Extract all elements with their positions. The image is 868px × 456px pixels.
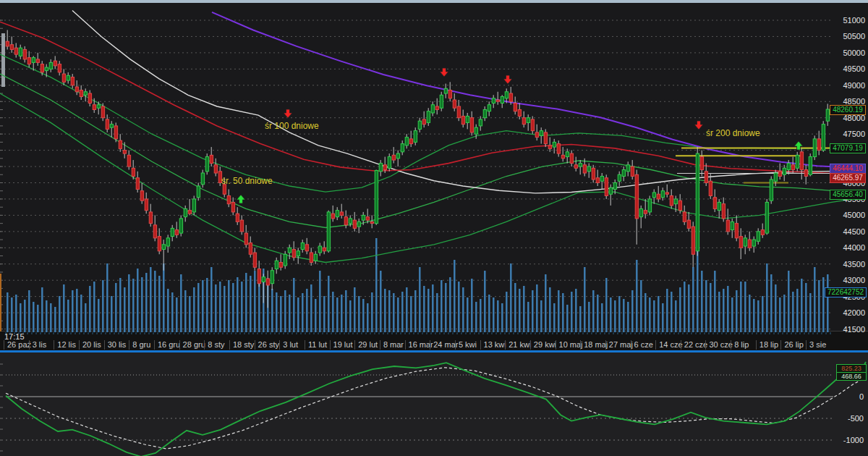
- x-axis-label: 29 lut: [354, 340, 378, 350]
- ma100-annotation-label: śr 100 dniowe: [265, 121, 319, 131]
- y-axis-label: 42000: [843, 308, 865, 317]
- x-axis-label: 24 mar: [430, 340, 458, 350]
- ma200-annotation-label: śr 200 dniowe: [706, 128, 760, 138]
- x-axis-label: 3 lis: [29, 340, 47, 350]
- x-axis-label: 28 gru: [179, 340, 205, 350]
- upper-band-price-badge: 47079.19: [830, 143, 866, 153]
- y-axis-label: 44500: [843, 227, 865, 236]
- trading-chart-window: 17:15 śr. 50 dniowe śr 100 dniowe śr 200…: [0, 0, 868, 456]
- x-axis-label: 30 lis: [104, 340, 127, 350]
- top-border-bar: [0, 0, 868, 3]
- y-axis-label: 47500: [843, 130, 865, 138]
- macd-axis-label: 0: [859, 392, 864, 401]
- ma200-price-badge: 46444.10: [830, 164, 866, 174]
- sell-signal-arrow-icon: [503, 75, 512, 84]
- ma100-price-badge: 46265.97: [830, 173, 866, 183]
- x-axis-label: 13 kwi: [480, 340, 506, 350]
- x-axis-label: 8 lip: [731, 340, 749, 350]
- price-chart-canvas[interactable]: [0, 0, 868, 456]
- macd-axis-label: -500: [848, 414, 864, 423]
- x-axis-label: 26 paź: [4, 340, 31, 350]
- x-axis-label: 22 cze: [681, 340, 707, 350]
- y-axis-label: 45000: [843, 211, 865, 219]
- x-axis-label: 18 lip: [756, 340, 778, 350]
- y-axis-label: 49000: [843, 81, 865, 90]
- x-axis-label: 19 lut: [330, 340, 353, 350]
- y-axis-label: 51000: [843, 16, 865, 25]
- x-axis-label: 26 lip: [780, 340, 803, 350]
- x-axis-label: 30 cze: [705, 340, 732, 350]
- y-axis-label: 44000: [843, 243, 865, 252]
- x-axis-label: 8 mar: [380, 340, 404, 350]
- x-axis-label: 12 lis: [54, 340, 76, 350]
- y-axis-label: 50500: [843, 32, 865, 41]
- volume-bars: [7, 238, 828, 332]
- macd-signal-value-badge: 468.66: [836, 372, 867, 381]
- volume-value-badge: 722642752: [825, 287, 867, 297]
- macd-gridlines: [0, 364, 833, 451]
- price-gridlines: [0, 20, 833, 329]
- x-axis-label: 8 gru: [129, 340, 150, 350]
- x-axis-label: 11 lut: [305, 340, 327, 350]
- x-axis-label: 27 maj: [605, 340, 633, 350]
- macd-axis-label: -1000: [843, 436, 864, 444]
- ma50-annotation-label: śr. 50 dniowe: [221, 176, 273, 186]
- buy-signal-arrow-icon: [237, 195, 245, 203]
- x-axis-label: 16 mar: [405, 340, 433, 350]
- x-axis-label: 8 sty: [204, 340, 224, 350]
- y-axis-label: 43000: [843, 276, 865, 284]
- y-axis-label: 41500: [843, 325, 865, 334]
- x-axis-label: 5 kwi: [455, 340, 477, 350]
- x-axis-label: 6 cze: [631, 340, 653, 350]
- last-price-badge: 48260.19: [830, 105, 866, 115]
- sell-signal-arrow-icon: [284, 109, 292, 118]
- x-axis-label: 21 kwi: [505, 340, 531, 350]
- x-axis-label: 20 lis: [79, 340, 101, 350]
- x-axis-label: 16 gru: [154, 340, 180, 350]
- macd-lines: [6, 362, 866, 456]
- y-axis-label: 43500: [843, 260, 865, 269]
- x-axis-label: 14 cze: [655, 340, 682, 350]
- x-axis-label: 18 sty: [229, 340, 254, 350]
- y-axis-label: 49500: [843, 64, 865, 73]
- y-axis-label: 50000: [843, 48, 865, 57]
- x-axis-label: 26 sty: [255, 340, 279, 350]
- x-axis-label: 3 lut: [279, 340, 298, 350]
- sell-signal-arrow-icon: [694, 121, 703, 130]
- x-axis-label: 18 maj: [580, 340, 608, 350]
- x-axis-label: 10 maj: [556, 340, 583, 350]
- x-axis-label: 29 kwi: [530, 340, 556, 350]
- x-axis-label: 3 sie: [806, 340, 826, 350]
- lower-band-price-badge: 45656.40: [830, 190, 866, 200]
